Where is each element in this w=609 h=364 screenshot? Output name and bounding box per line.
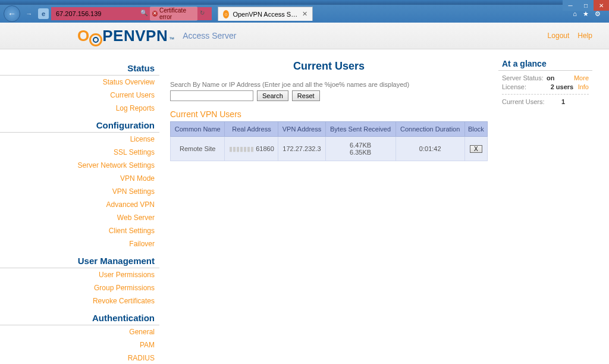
forward-button[interactable]: →: [23, 7, 36, 20]
error-icon: ✕: [152, 11, 158, 17]
col-common-name: Common Name: [171, 122, 225, 137]
sidebar-item-failover[interactable]: Failover: [0, 237, 159, 250]
cell-bytes: 6.47KB 6.35KB: [325, 137, 395, 161]
window-titlebar: ─ □ ✕: [0, 0, 609, 5]
sidebar-item-group-permissions[interactable]: Group Permissions: [0, 281, 159, 294]
search-button[interactable]: Search: [257, 90, 288, 101]
window-close-button[interactable]: ✕: [594, 0, 609, 11]
sidebar-section-user-management: User Management: [0, 254, 159, 268]
sidebar-item-user-permissions[interactable]: User Permissions: [0, 268, 159, 281]
logo-o: O: [77, 27, 89, 45]
col-real-address: Real Address: [225, 122, 278, 137]
bytes-recv: 6.35KB: [328, 149, 393, 156]
logo-tm: ™: [169, 36, 174, 42]
server-status-label: Server Status:: [502, 74, 547, 81]
search-input[interactable]: [170, 90, 253, 101]
table-row: Remote Site ▮▮▮▮▮▮▮ 61860 172.27.232.3 6…: [171, 137, 488, 161]
sidebar-item-vpn-settings[interactable]: VPN Settings: [0, 185, 159, 198]
license-label: License:: [502, 83, 551, 90]
license-value: 2 users: [551, 83, 578, 90]
address-bar[interactable]: 🔍 ✕ Certificate error ↻: [51, 7, 212, 20]
info-link[interactable]: Info: [578, 83, 589, 90]
sidebar-item-advanced-vpn[interactable]: Advanced VPN: [0, 198, 159, 211]
current-users-label: Current Users:: [502, 98, 561, 105]
refresh-icon[interactable]: ↻: [200, 10, 207, 18]
current-users-value: 1: [561, 98, 589, 105]
certificate-error-text: Certificate error: [159, 7, 195, 20]
logo-text: PENVPN: [102, 27, 168, 45]
more-link[interactable]: More: [574, 74, 589, 81]
search-label: Search By Name or IP Address (Enter joe …: [170, 81, 488, 88]
sidebar-item-ssl-settings[interactable]: SSL Settings: [0, 146, 159, 159]
help-link[interactable]: Help: [577, 32, 592, 40]
browser-toolbar: ← → e 🔍 ✕ Certificate error ↻ ○ OpenVPN …: [0, 5, 609, 23]
sidebar-item-log-reports[interactable]: Log Reports: [0, 102, 159, 115]
reset-button[interactable]: Reset: [292, 90, 320, 101]
real-address-port: 61860: [256, 145, 274, 152]
sidebar-item-vpn-mode[interactable]: VPN Mode: [0, 172, 159, 185]
window-minimize-button[interactable]: ─: [563, 0, 578, 11]
sidebar: Status Status Overview Current Users Log…: [0, 58, 159, 364]
cell-duration: 0:01:42: [395, 137, 464, 161]
browser-tab[interactable]: ○ OpenVPN Access Server Cu... ✕: [218, 7, 313, 21]
cell-vpn-address: 172.27.232.3: [278, 137, 325, 161]
openvpn-logo: O PENVPN ™: [77, 27, 174, 45]
main-content: Current Users Search By Name or IP Addre…: [170, 58, 488, 161]
cell-real-address: ▮▮▮▮▮▮▮ 61860: [225, 137, 278, 161]
window-maximize-button[interactable]: □: [578, 0, 594, 11]
url-input[interactable]: [54, 10, 140, 17]
certificate-error-badge[interactable]: ✕ Certificate error: [150, 7, 197, 21]
vpn-users-table: Common Name Real Address VPN Address Byt…: [170, 121, 488, 161]
aside-heading: At a glance: [498, 58, 592, 71]
header-subtitle: Access Server: [183, 31, 236, 40]
sidebar-section-authentication: Authentication: [0, 311, 159, 325]
table-heading: Current VPN Users: [170, 109, 488, 119]
back-button[interactable]: ←: [4, 5, 20, 22]
tab-title: OpenVPN Access Server Cu...: [233, 11, 299, 18]
cell-block: X: [464, 137, 487, 161]
sidebar-item-client-settings[interactable]: Client Settings: [0, 224, 159, 237]
sidebar-item-server-network-settings[interactable]: Server Network Settings: [0, 159, 159, 172]
sidebar-section-status: Status: [0, 61, 159, 76]
favicon-icon: ○: [223, 10, 229, 18]
sidebar-item-radius[interactable]: RADIUS: [0, 352, 159, 364]
sidebar-item-revoke-certificates[interactable]: Revoke Certificates: [0, 294, 159, 307]
cell-common-name: Remote Site: [171, 137, 225, 161]
sidebar-item-license[interactable]: License: [0, 133, 159, 146]
sidebar-section-configuration: Configuration: [0, 118, 159, 133]
block-button[interactable]: X: [470, 145, 482, 153]
col-block: Block: [464, 122, 487, 137]
settings-gear-icon[interactable]: ⚙: [595, 10, 601, 18]
tab-close-icon[interactable]: ✕: [302, 10, 307, 18]
favorites-icon[interactable]: ★: [583, 10, 589, 18]
sidebar-item-current-users[interactable]: Current Users: [0, 89, 159, 102]
ie-icon: e: [38, 8, 49, 19]
col-vpn-address: VPN Address: [278, 122, 325, 137]
logo-key-icon: [89, 33, 102, 46]
home-icon[interactable]: ⌂: [573, 10, 577, 18]
sidebar-item-web-server[interactable]: Web Server: [0, 211, 159, 224]
col-duration: Connection Duration: [395, 122, 464, 137]
sidebar-item-general[interactable]: General: [0, 325, 159, 338]
at-a-glance-panel: At a glance Server Status: on More Licen…: [498, 58, 592, 111]
page-header: O PENVPN ™ Access Server Logout Help: [0, 23, 609, 49]
logout-link[interactable]: Logout: [548, 32, 570, 40]
col-bytes: Bytes Sent Received: [325, 122, 395, 137]
search-icon[interactable]: 🔍: [140, 10, 147, 18]
bytes-sent: 6.47KB: [328, 142, 393, 149]
sidebar-item-pam[interactable]: PAM: [0, 338, 159, 352]
page-title: Current Users: [170, 60, 488, 73]
server-status-value: on: [547, 74, 574, 81]
sidebar-item-status-overview[interactable]: Status Overview: [0, 76, 159, 89]
